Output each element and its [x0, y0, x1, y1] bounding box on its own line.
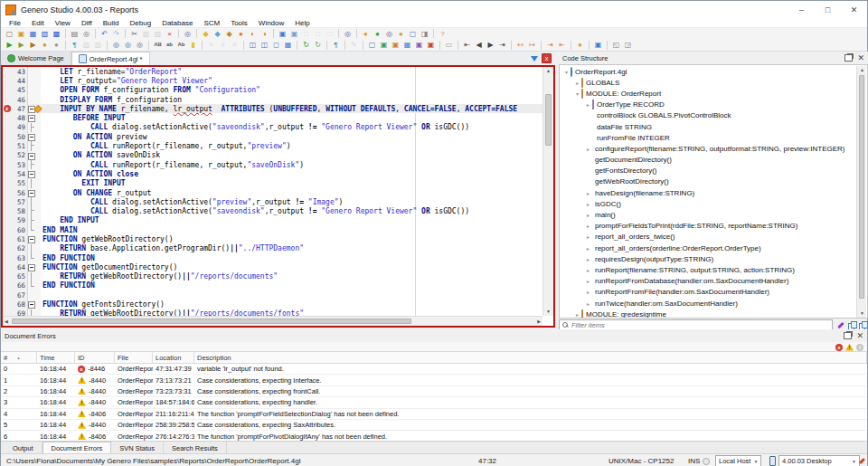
chevron-down-icon[interactable]: ▾ [562, 69, 571, 75]
open-file-icon[interactable]: ▣ [15, 29, 27, 39]
tree-item[interactable]: controlBlock GLOBALS.PivotControlBlock [560, 110, 856, 121]
bottom-tab-document-errors[interactable]: Document Errors [42, 442, 112, 454]
bottom-tab-output[interactable]: Output [5, 442, 42, 454]
breakpoint-margin[interactable] [3, 262, 11, 271]
tree-scrollbar[interactable]: ▲ ▼ [856, 66, 866, 318]
breakpoint-margin[interactable] [3, 300, 11, 309]
tree-item[interactable]: ▸runReportFromDatabase(handler:om.SaxDoc… [560, 276, 856, 287]
tree-scroll-down-icon[interactable]: ▼ [860, 311, 864, 316]
configuration-selector[interactable]: 4.00.03 Desktop ▼ [778, 455, 860, 466]
breakpoint-margin[interactable] [3, 169, 11, 178]
tree-item[interactable]: ▸isGDC() [560, 198, 856, 209]
maximize-button[interactable]: □ [815, 1, 841, 18]
tree-item[interactable]: ▸OrderType RECORD [560, 100, 856, 110]
breakpoint-margin[interactable] [3, 179, 11, 188]
editor-horizontal-scrollbar[interactable]: ◀ ▶ [3, 316, 542, 326]
user-run-icon[interactable]: ● [574, 40, 586, 50]
fold-margin[interactable] [28, 244, 35, 253]
column-header-file[interactable]: File [115, 352, 153, 363]
code-text[interactable]: DISPLAY FORM f_configuration [41, 95, 542, 104]
menu-item-build[interactable]: Build [98, 19, 125, 27]
breakpoint-margin[interactable] [3, 281, 11, 290]
code-text[interactable]: EXIT INPUT [41, 179, 542, 188]
host-selector[interactable]: Local Host ▼ [715, 455, 761, 466]
tree-item[interactable]: ▾MODULE: OrderReport [560, 88, 856, 99]
chevron-right-icon[interactable]: ▸ [584, 245, 592, 252]
nav-first-icon[interactable]: ⇤ [461, 40, 473, 50]
nav-last-icon[interactable]: ⇥ [496, 40, 508, 50]
breakpoint-margin[interactable] [3, 225, 11, 234]
code-text[interactable]: FUNCTION getWebRootDirectory() [41, 234, 542, 243]
code-text[interactable]: END FUNCTION [41, 253, 542, 262]
menu-item-view[interactable]: View [50, 19, 76, 27]
layout-doc-icon[interactable]: ▣ [413, 40, 425, 50]
tree-item[interactable]: ▸report_all_orders_twice() [560, 232, 856, 243]
run-tool-icon[interactable]: ● [372, 29, 383, 39]
breakpoint-margin[interactable] [3, 290, 11, 300]
column-header-time[interactable]: Time [37, 352, 75, 363]
link-icon[interactable]: ▣ [288, 29, 300, 39]
show-info-filter-icon[interactable]: i [856, 344, 863, 351]
fold-margin[interactable] [28, 300, 35, 309]
tree-item[interactable]: ▸haveDesign(filename:STRING) [560, 187, 856, 198]
chevron-right-icon[interactable]: ▸ [584, 190, 592, 196]
code-text[interactable]: INPUT BY NAME r_filename, lr_output ATTR… [41, 104, 542, 113]
import-bdl-icon[interactable]: ◆ [200, 29, 212, 39]
error-row[interactable]: 116:18:44!-8440OrderRepor...73:13:73:21C… [1, 375, 867, 385]
close-button[interactable]: ✕ [841, 1, 867, 18]
menu-item-scm[interactable]: SCM [198, 19, 225, 27]
fold-margin[interactable] [28, 95, 35, 104]
scroll-up-icon[interactable]: ▲ [546, 69, 551, 73]
layout-form-icon[interactable]: ▣ [378, 40, 390, 50]
uppercase-icon[interactable]: AB [152, 40, 164, 50]
build-icon[interactable]: ● [235, 29, 247, 39]
fold-margin[interactable] [28, 253, 35, 262]
chevron-right-icon[interactable]: ▸ [584, 278, 592, 284]
filter-items-field[interactable] [571, 321, 829, 329]
fold-margin[interactable] [28, 225, 35, 234]
code-text[interactable]: LET r_output="Genero Report Viewer" [41, 76, 542, 85]
bookmark-toggle-icon[interactable]: ⇥ [544, 40, 556, 50]
error-row[interactable]: 316:18:44!-8440OrderRepor...184:57:184:6… [1, 397, 867, 408]
menu-item-diff[interactable]: Diff [76, 19, 98, 27]
breakpoint-margin[interactable] [3, 206, 11, 215]
window-tool-icon[interactable]: ▢ [407, 29, 419, 39]
debug-run-icon[interactable]: ▶ [15, 40, 27, 50]
code-text[interactable]: CALL runReport(r_filename, r_output,"sav… [41, 160, 542, 169]
breakpoint-margin[interactable] [3, 76, 11, 85]
fold-margin[interactable] [28, 262, 35, 271]
restore-layout-icon[interactable]: ◱ [610, 40, 622, 50]
fold-margin[interactable] [28, 272, 35, 281]
cut-icon[interactable]: ✂ [128, 29, 140, 39]
tree-scroll-up-icon[interactable]: ▲ [860, 68, 864, 72]
tree-item[interactable]: getWebRootDirectory() [560, 176, 856, 187]
tree-item[interactable]: ▸main() [560, 209, 856, 220]
profile-icon[interactable]: ● [39, 40, 51, 50]
code-text[interactable]: END FUNCTION [41, 281, 542, 290]
chevron-right-icon[interactable]: ▸ [573, 311, 581, 318]
fold-collapse-icon[interactable] [28, 236, 35, 243]
zoom-out-icon[interactable]: ◎ [110, 40, 122, 50]
breakpoint-margin[interactable] [3, 244, 11, 253]
editor-text-area[interactable]: 43 LET r_filename="OrderReport"44 LET r_… [3, 67, 542, 316]
fold-collapse-icon[interactable] [28, 264, 35, 271]
tree-item[interactable]: ▸MODULE: gredesigntime [560, 309, 856, 318]
breakpoint-margin[interactable] [3, 272, 11, 281]
undo-icon[interactable]: ↶ [99, 29, 110, 39]
fold-margin[interactable] [28, 76, 35, 85]
fold-margin[interactable] [28, 113, 35, 122]
code-text[interactable]: OPEN FORM f_configuration FROM "Configur… [41, 86, 542, 95]
chevron-right-icon[interactable]: ▸ [584, 233, 592, 240]
code-text[interactable]: LET r_filename="OrderReport" [41, 67, 542, 76]
float-panel-icon[interactable] [844, 54, 853, 62]
fold-margin[interactable] [28, 197, 35, 206]
tree-item[interactable]: getFontsDirectory() [560, 166, 856, 176]
chevron-right-icon[interactable]: ▸ [584, 289, 592, 295]
expand-all-icon[interactable] [848, 321, 857, 330]
minimize-button[interactable]: – [788, 1, 815, 18]
code-text[interactable]: FUNCTION getDocumentDirectory() [41, 262, 542, 271]
capitalize-icon[interactable]: Ab [175, 40, 187, 50]
bottom-tab-search-results[interactable]: Search Results [164, 442, 227, 454]
bookmark-prev-icon[interactable]: ↤ [514, 40, 526, 50]
breakpoint-margin[interactable] [3, 309, 11, 316]
